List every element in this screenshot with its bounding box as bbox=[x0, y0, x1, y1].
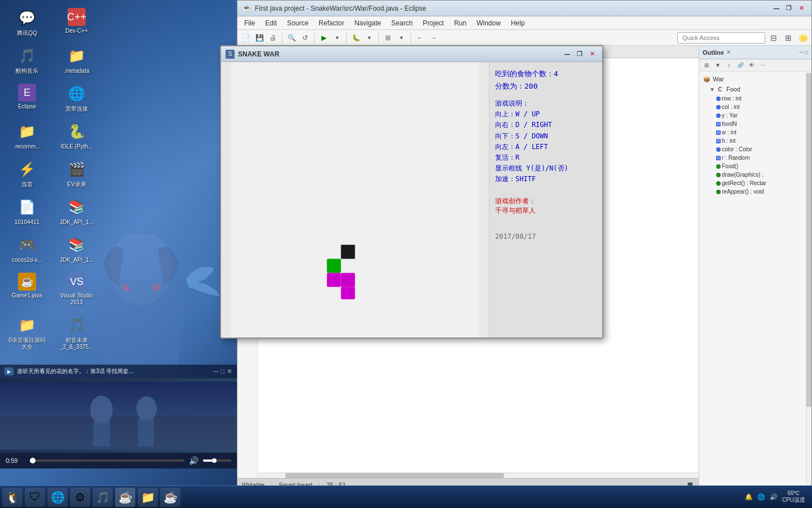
taskbar-btn-shield[interactable]: 🛡 bbox=[25, 488, 45, 507]
eclipse-restore-btn[interactable]: ❐ bbox=[783, 4, 795, 13]
field-access-icon bbox=[716, 97, 721, 101]
desktop-icon-xunlei[interactable]: ⚡ 迅雷 bbox=[6, 157, 48, 190]
media-progress-bar[interactable] bbox=[30, 459, 184, 462]
method-access-icon bbox=[716, 164, 721, 169]
outline-item-color[interactable]: color : Color bbox=[699, 145, 811, 154]
desktop-icon-miku[interactable]: 🎵 初音未来_2_&_3375... bbox=[55, 313, 98, 353]
menu-file[interactable]: File bbox=[240, 18, 259, 28]
outline-item-r[interactable]: S r : Random bbox=[699, 154, 811, 162]
outline-item-reappear[interactable]: reAppear() : void bbox=[699, 187, 811, 196]
snakewar-restore-btn[interactable]: ❐ bbox=[574, 50, 585, 59]
volume-icon[interactable]: 🔊 bbox=[189, 456, 198, 465]
desktop-icon-recomm[interactable]: 📁 .recomm... bbox=[6, 119, 48, 152]
eclipse-menubar: File Edit Source Refactor Navigate Searc… bbox=[237, 16, 811, 30]
desktop-icon-broadband[interactable]: 🌐 宽带连接 bbox=[55, 81, 98, 115]
taskbar-btn-folder[interactable]: 📁 bbox=[138, 488, 158, 507]
quick-access-input[interactable] bbox=[677, 32, 765, 43]
outline-panel: Outline ✕ ─ □ ⊞ ▼ ↕ 🔗 👁 ⋯ 📦 bbox=[699, 46, 811, 491]
desktop-icon-metadata[interactable]: 📁 .metadata bbox=[55, 43, 98, 77]
menu-source[interactable]: Source bbox=[283, 18, 313, 28]
outline-item-h[interactable]: S h : int bbox=[699, 137, 811, 145]
toolbar-layout-btn[interactable]: ⊟ bbox=[767, 32, 780, 44]
outline-collapse-btn[interactable]: ⊞ bbox=[701, 60, 712, 71]
menu-refactor[interactable]: Refactor bbox=[314, 18, 348, 28]
toolbar-debug-btn[interactable]: 🐛 bbox=[350, 32, 362, 44]
outline-item-war[interactable]: 📦 War bbox=[699, 74, 811, 84]
toolbar-save-btn[interactable]: 💾 bbox=[253, 32, 266, 44]
outline-more-btn[interactable]: ⋯ bbox=[758, 60, 768, 71]
outline-item-w[interactable]: S w : int bbox=[699, 128, 811, 137]
method-access-icon-getrect bbox=[716, 181, 721, 186]
desktop-icon-c-source[interactable]: 📁 0语言项目源码大全 bbox=[6, 313, 48, 353]
outline-link-btn[interactable]: 🔗 bbox=[735, 60, 745, 71]
media-minimize-btn[interactable]: ─ bbox=[213, 367, 218, 375]
taskbar-btn-settings[interactable]: ⚙ bbox=[70, 488, 90, 507]
desktop-icon-eclipse[interactable]: E Eclipse bbox=[6, 81, 48, 115]
toolbar-right: ⊟ ⊞ 🌟 bbox=[677, 32, 809, 44]
toolbar-perspective-dropdown[interactable]: ▼ bbox=[395, 32, 408, 44]
outline-minimize-btn[interactable]: ─ bbox=[800, 49, 804, 55]
taskbar-btn-java2[interactable]: ☕ bbox=[160, 488, 180, 507]
toolbar-perspective-btn[interactable]: ⊞ bbox=[382, 32, 394, 44]
outline-item-draw[interactable]: draw(Graphics) : bbox=[699, 170, 811, 179]
toolbar-separator-2 bbox=[314, 33, 315, 43]
outline-hide-btn[interactable]: 👁 bbox=[747, 60, 757, 71]
menu-run[interactable]: Run bbox=[449, 18, 471, 28]
outline-item-getrect[interactable]: getRect() : Rectar bbox=[699, 179, 811, 187]
desktop-icon-kugou[interactable]: 🎵 酷狗音乐 bbox=[6, 43, 48, 77]
outline-item-foodn[interactable]: S foodN bbox=[699, 120, 811, 128]
toolbar-forward-btn[interactable]: → bbox=[427, 32, 440, 44]
desktop-icon-game1[interactable]: ☕ Game1.java bbox=[6, 270, 48, 308]
toolbar-run-btn[interactable]: ▶ bbox=[317, 32, 330, 44]
desktop-icon-vs2013[interactable]: VS Visual Studio 2013 bbox=[55, 270, 98, 308]
outline-sort-btn[interactable]: ↕ bbox=[724, 60, 734, 71]
media-restore-btn[interactable]: □ bbox=[220, 367, 224, 375]
outline-scrollbar[interactable] bbox=[806, 73, 811, 491]
eclipse-close-btn[interactable]: ✕ bbox=[796, 4, 807, 13]
menu-search[interactable]: Search bbox=[387, 18, 417, 28]
menu-project[interactable]: Project bbox=[418, 18, 448, 28]
desktop-icon-jdk1[interactable]: 📚 JDK_API_1... bbox=[55, 195, 98, 228]
editor-scrollbar-h[interactable] bbox=[258, 472, 699, 478]
toolbar-new-btn[interactable]: 📄 bbox=[240, 32, 252, 44]
menu-edit[interactable]: Edit bbox=[261, 18, 281, 28]
snakewar-minimize-btn[interactable]: ─ bbox=[562, 50, 573, 59]
desktop-icon-cocos[interactable]: 🎮 cocos2d-x... bbox=[6, 233, 48, 266]
outline-item-y[interactable]: y : Yar bbox=[699, 111, 811, 120]
desktop-icon-qq[interactable]: 💬 腾讯QQ bbox=[6, 6, 48, 39]
outline-maximize-btn[interactable]: □ bbox=[805, 49, 808, 55]
outline-item-row[interactable]: row : int bbox=[699, 94, 811, 103]
snakewar-close-btn[interactable]: ✕ bbox=[586, 50, 598, 59]
desktop-icon-10104411[interactable]: 📄 10104411 bbox=[6, 195, 48, 228]
field-static-icon: S bbox=[716, 122, 721, 126]
desktop-icon-devcpp[interactable]: C++ Dev-C++ bbox=[55, 6, 98, 39]
desktop-icon-idle[interactable]: 🐍 IDLE (Pyth... bbox=[55, 119, 98, 152]
outline-close-icon[interactable]: ✕ bbox=[726, 49, 731, 55]
toolbar-icon-btn[interactable]: 🌟 bbox=[797, 32, 809, 44]
toolbar-search-btn[interactable]: 🔍 bbox=[285, 32, 298, 44]
media-close-btn[interactable]: ✕ bbox=[227, 367, 232, 375]
outline-filter-btn[interactable]: ▼ bbox=[713, 60, 723, 71]
toolbar-debug-dropdown[interactable]: ▼ bbox=[363, 32, 376, 44]
snakewar-window: S SNAKE WAR ─ ❐ ✕ 吃到的食物个 bbox=[220, 45, 603, 339]
outline-toolbar: ⊞ ▼ ↕ 🔗 👁 ⋯ bbox=[699, 59, 811, 72]
outline-item-col[interactable]: col : int bbox=[699, 103, 811, 111]
desktop-icon-jdk2[interactable]: 📚 JDK_API_1... bbox=[55, 233, 98, 266]
toolbar-layout2-btn[interactable]: ⊞ bbox=[782, 32, 795, 44]
menu-navigate[interactable]: Navigate bbox=[350, 18, 385, 28]
eclipse-minimize-btn[interactable]: ─ bbox=[771, 4, 782, 13]
taskbar-btn-java[interactable]: ☕ bbox=[115, 488, 135, 507]
outline-item-food-constructor[interactable]: Food() bbox=[699, 162, 811, 170]
taskbar-btn-music[interactable]: 🎵 bbox=[92, 488, 113, 507]
toolbar-back-btn[interactable]: ← bbox=[414, 32, 426, 44]
menu-window[interactable]: Window bbox=[472, 18, 505, 28]
taskbar-btn-penguin[interactable]: 🐧 bbox=[2, 488, 23, 507]
desktop-icon-evrecord[interactable]: 🎬 EV录屏 bbox=[55, 157, 98, 190]
toolbar-print-btn[interactable]: 🖨 bbox=[267, 32, 279, 44]
volume-bar[interactable] bbox=[203, 459, 231, 462]
menu-help[interactable]: Help bbox=[506, 18, 529, 28]
outline-item-food[interactable]: ▼ C Food bbox=[699, 84, 811, 94]
toolbar-refresh-btn[interactable]: ↺ bbox=[299, 32, 311, 44]
taskbar-btn-browser[interactable]: 🌐 bbox=[47, 488, 68, 507]
toolbar-run-dropdown[interactable]: ▼ bbox=[331, 32, 343, 44]
